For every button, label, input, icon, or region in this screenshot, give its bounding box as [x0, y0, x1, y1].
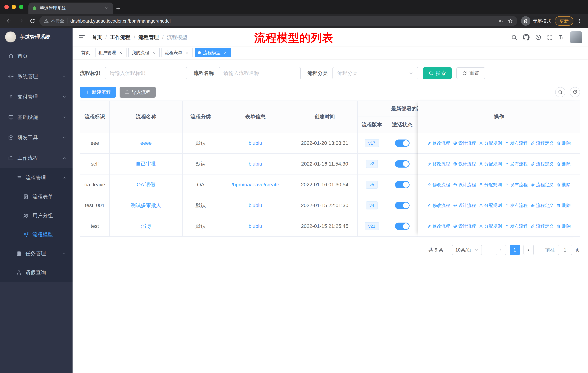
delete-action-link[interactable]: 删除: [556, 161, 571, 167]
breadcrumb-workflow[interactable]: 工作流程: [110, 34, 130, 41]
definition-action-link[interactable]: 流程定义: [531, 202, 554, 208]
assign-action-link[interactable]: 分配规则: [479, 161, 502, 167]
page-1-button[interactable]: 1: [510, 245, 520, 255]
font-size-icon[interactable]: [558, 34, 565, 40]
definition-action-link[interactable]: 流程定义: [531, 182, 554, 188]
chrome-update-button[interactable]: 更新: [555, 16, 573, 26]
sidebar-item-5[interactable]: 工作流程: [0, 148, 73, 168]
process-name-link[interactable]: 自己审批: [136, 161, 156, 167]
next-page-button[interactable]: [524, 245, 534, 255]
close-icon[interactable]: [151, 50, 156, 55]
reset-button[interactable]: 重置: [456, 67, 485, 79]
form-info-link[interactable]: biubiu: [249, 161, 262, 167]
publish-action-link[interactable]: 发布流程: [505, 182, 528, 188]
publish-action-link[interactable]: 发布流程: [505, 223, 528, 229]
sidebar-item-0[interactable]: 首页: [0, 46, 73, 66]
sidebar-logo[interactable]: 芋道管理系统: [0, 28, 73, 46]
sidebar-item-7[interactable]: 流程表单: [0, 187, 73, 206]
delete-action-link[interactable]: 删除: [556, 182, 571, 188]
assign-action-link[interactable]: 分配规则: [479, 202, 502, 208]
close-window-button[interactable]: [4, 5, 9, 9]
sidebar-item-2[interactable]: 支付管理: [0, 87, 73, 107]
delete-action-link[interactable]: 删除: [556, 140, 571, 146]
active-toggle[interactable]: [395, 140, 410, 147]
design-action-link[interactable]: 设计流程: [453, 223, 476, 229]
assign-action-link[interactable]: 分配规则: [479, 140, 502, 146]
design-action-link[interactable]: 设计流程: [453, 161, 476, 167]
active-toggle[interactable]: [395, 202, 410, 209]
sidebar-item-1[interactable]: 系统管理: [0, 66, 73, 87]
active-toggle[interactable]: [395, 222, 410, 230]
reload-icon[interactable]: [28, 16, 37, 26]
tag-my-process[interactable]: 我的流程: [128, 48, 160, 57]
tag-process-model[interactable]: 流程模型: [195, 48, 231, 57]
process-id-input[interactable]: [105, 67, 187, 80]
active-toggle[interactable]: [395, 181, 410, 188]
publish-action-link[interactable]: 发布流程: [505, 140, 528, 146]
bookmark-star-icon[interactable]: [508, 18, 513, 23]
process-category-select[interactable]: 流程分类: [332, 67, 418, 80]
browser-menu-icon[interactable]: [576, 18, 584, 24]
edit-action-link[interactable]: 修改流程: [427, 182, 450, 188]
sidebar-item-11[interactable]: 请假查询: [0, 263, 73, 282]
close-icon[interactable]: [184, 50, 189, 55]
active-toggle[interactable]: [395, 160, 410, 168]
minimize-window-button[interactable]: [12, 5, 16, 9]
tag-home[interactable]: 首页: [78, 48, 93, 57]
tag-process-form[interactable]: 流程表单: [161, 48, 193, 57]
process-name-input[interactable]: [219, 67, 301, 80]
help-icon[interactable]: [535, 34, 541, 40]
forward-icon[interactable]: [16, 16, 26, 26]
prev-page-button[interactable]: [496, 245, 506, 255]
close-icon[interactable]: [118, 50, 123, 55]
breadcrumb-process-mgmt[interactable]: 流程管理: [138, 34, 159, 41]
breadcrumb-home[interactable]: 首页: [92, 34, 102, 41]
goto-page-input[interactable]: [558, 245, 572, 255]
assign-action-link[interactable]: 分配规则: [479, 182, 502, 188]
header-search-icon[interactable]: [511, 34, 517, 40]
refresh-table-button[interactable]: [570, 87, 580, 97]
form-info-link[interactable]: biubiu: [249, 140, 262, 146]
page-size-select[interactable]: 10条/页: [452, 245, 482, 255]
user-avatar[interactable]: [570, 31, 582, 43]
publish-action-link[interactable]: 发布流程: [505, 161, 528, 167]
browser-tab[interactable]: 芋道管理系统: [28, 2, 113, 14]
form-info-link[interactable]: biubiu: [249, 223, 262, 229]
edit-action-link[interactable]: 修改流程: [427, 223, 450, 229]
form-info-link[interactable]: biubiu: [249, 202, 262, 208]
design-action-link[interactable]: 设计流程: [453, 140, 476, 146]
toggle-search-button[interactable]: [555, 87, 565, 97]
form-info-link[interactable]: /bpm/oa/leave/create: [231, 182, 279, 187]
edit-action-link[interactable]: 修改流程: [427, 202, 450, 208]
tag-tenant-mgmt[interactable]: 租户管理: [95, 48, 126, 57]
design-action-link[interactable]: 设计流程: [453, 182, 476, 188]
design-action-link[interactable]: 设计流程: [453, 202, 476, 208]
close-icon[interactable]: [223, 50, 228, 55]
delete-action-link[interactable]: 删除: [556, 223, 571, 229]
definition-action-link[interactable]: 流程定义: [531, 161, 554, 167]
create-process-button[interactable]: 新建流程: [80, 87, 116, 98]
hamburger-icon[interactable]: [78, 34, 85, 41]
sidebar-item-3[interactable]: 基础设施: [0, 107, 73, 128]
security-chip[interactable]: 不安全: [44, 18, 64, 24]
github-icon[interactable]: [523, 34, 530, 41]
edit-action-link[interactable]: 修改流程: [427, 161, 450, 167]
process-name-link[interactable]: 滔博: [141, 223, 151, 229]
definition-action-link[interactable]: 流程定义: [531, 223, 554, 229]
assign-action-link[interactable]: 分配规则: [479, 223, 502, 229]
process-name-link[interactable]: 测试多审批人: [131, 202, 161, 208]
search-button[interactable]: 搜索: [423, 67, 452, 79]
delete-action-link[interactable]: 删除: [556, 202, 571, 208]
password-key-icon[interactable]: [498, 18, 504, 23]
edit-action-link[interactable]: 修改流程: [427, 140, 450, 146]
sidebar-item-9[interactable]: 流程模型: [0, 225, 73, 244]
process-name-link[interactable]: eeee: [140, 140, 152, 146]
fullscreen-icon[interactable]: [547, 34, 553, 40]
sidebar-item-10[interactable]: 任务管理: [0, 244, 73, 263]
tab-close-icon[interactable]: [104, 5, 109, 11]
sidebar-item-4[interactable]: 研发工具: [0, 128, 73, 148]
zoom-window-button[interactable]: [19, 5, 23, 9]
definition-action-link[interactable]: 流程定义: [531, 140, 554, 146]
back-icon[interactable]: [4, 16, 14, 26]
process-name-link[interactable]: OA 请假: [137, 182, 156, 187]
